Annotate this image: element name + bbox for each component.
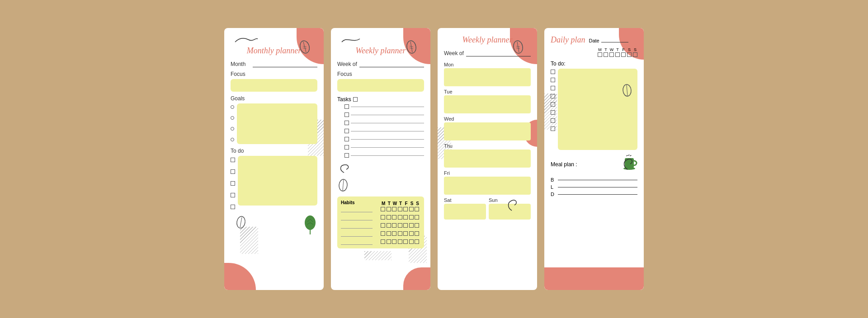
todo-box[interactable] (238, 156, 317, 206)
h5-cb-6[interactable] (409, 239, 414, 244)
goal-circle-4[interactable] (231, 138, 234, 141)
todo-cb-5[interactable] (231, 205, 235, 209)
day-S2-cb[interactable] (633, 52, 637, 57)
habits-table: Habits M T W T F S S (341, 200, 420, 245)
goal-circle-3[interactable] (231, 127, 234, 131)
day-box-fri[interactable] (444, 177, 531, 195)
day-box-thu[interactable] (444, 150, 531, 168)
day-box-sat[interactable] (444, 204, 486, 220)
h1-cb-7[interactable] (415, 207, 419, 211)
h1-cb-4[interactable] (398, 207, 402, 211)
h3-cb-1[interactable] (381, 223, 385, 228)
month-field: Month (231, 61, 317, 67)
h2-cb-7[interactable] (415, 215, 419, 220)
month-input[interactable] (253, 61, 317, 67)
h1-cb-5[interactable] (403, 207, 408, 211)
h2-cb-1[interactable] (381, 215, 385, 220)
h4-cb-4[interactable] (398, 231, 402, 236)
day-box-tue[interactable] (444, 95, 531, 113)
h3-cb-4[interactable] (398, 223, 402, 228)
tasks-cb-header[interactable] (353, 97, 358, 102)
day-checkboxes-section: M T W T F (551, 47, 637, 57)
goal-circle-1[interactable] (231, 105, 234, 109)
focus-label: Focus (231, 71, 317, 77)
h1-cb-6[interactable] (409, 207, 414, 211)
day-W-cb[interactable] (609, 52, 614, 57)
h1-cb-1[interactable] (381, 207, 385, 211)
day-S1-cb[interactable] (627, 52, 632, 57)
h3-cb-7[interactable] (415, 223, 419, 228)
goals-box[interactable] (237, 103, 317, 144)
h1-cb-3[interactable] (392, 207, 396, 211)
task-cb-2[interactable] (344, 112, 349, 117)
todo-cb-4[interactable] (231, 193, 235, 197)
dtodo-cb-6[interactable] (551, 110, 555, 115)
task-cb-7[interactable] (344, 153, 349, 158)
day-F-cb[interactable] (621, 52, 626, 57)
day-T2-cb[interactable] (615, 52, 620, 57)
meal-B-label: B (551, 177, 556, 182)
diag-w1-low (364, 251, 392, 260)
task-cb-3[interactable] (344, 121, 349, 125)
habit-line-3 (341, 223, 373, 229)
blob-bottom-right-w1 (403, 267, 430, 290)
h2-cb-2[interactable] (387, 215, 391, 220)
dtodo-cb-8[interactable] (551, 126, 555, 131)
h5-cb-4[interactable] (398, 239, 402, 244)
dtodo-cb-4[interactable] (551, 94, 555, 98)
day-box-wed[interactable] (444, 122, 531, 140)
h4-cb-6[interactable] (409, 231, 414, 236)
todo-daily-box[interactable] (558, 69, 637, 150)
h4-cb-2[interactable] (387, 231, 391, 236)
task-cb-5[interactable] (344, 137, 349, 141)
day-T2-label: T (616, 47, 619, 52)
h2-cb-5[interactable] (403, 215, 408, 220)
h4-cb-1[interactable] (381, 231, 385, 236)
meal-row-D: D (551, 192, 637, 197)
day-T2-col: T (615, 47, 620, 57)
dtodo-cb-7[interactable] (551, 118, 555, 123)
task-line-1 (351, 107, 424, 107)
h4-cb-3[interactable] (392, 231, 396, 236)
h5-cb-1[interactable] (381, 239, 385, 244)
focus-box-w1[interactable] (337, 79, 424, 92)
todo-cb-3[interactable] (231, 181, 235, 186)
h2-cb-6[interactable] (409, 215, 414, 220)
task-cb-6[interactable] (344, 145, 349, 150)
dtodo-cb-5[interactable] (551, 102, 555, 107)
h5-cb-2[interactable] (387, 239, 391, 244)
day-box-mon[interactable] (444, 68, 531, 86)
dtodo-cb-2[interactable] (551, 78, 555, 82)
svg-line-17 (343, 180, 344, 191)
day-M-cb[interactable] (598, 52, 602, 57)
todo-label: To do (231, 148, 317, 154)
h2-cb-4[interactable] (398, 215, 402, 220)
week-of-label: Week of (337, 61, 358, 67)
h5-cb-3[interactable] (392, 239, 396, 244)
day-row-fri: Fri (444, 170, 531, 195)
h4-cb-7[interactable] (415, 231, 419, 236)
todo-cb-2[interactable] (231, 169, 235, 174)
task-cb-1[interactable] (344, 104, 349, 109)
h2-cb-3[interactable] (392, 215, 396, 220)
day-T1-cb[interactable] (604, 52, 608, 57)
focus-box[interactable] (231, 79, 317, 92)
h3-cb-2[interactable] (387, 223, 391, 228)
h5-cb-7[interactable] (415, 239, 419, 244)
week-of-input[interactable] (359, 61, 424, 67)
todo-cb-1[interactable] (231, 158, 235, 162)
h3-cb-5[interactable] (403, 223, 408, 228)
day-F-label: F (622, 47, 625, 52)
date-input[interactable] (601, 36, 628, 42)
h5-cb-5[interactable] (403, 239, 408, 244)
blob-bottom-daily (544, 267, 644, 290)
h4-cb-5[interactable] (403, 231, 408, 236)
h1-cb-2[interactable] (387, 207, 391, 211)
goal-circle-2[interactable] (231, 116, 234, 120)
h3-cb-3[interactable] (392, 223, 396, 228)
task-cb-4[interactable] (344, 129, 349, 133)
h3-cb-6[interactable] (409, 223, 414, 228)
dtodo-cb-3[interactable] (551, 86, 555, 90)
day-label-tue: Tue (444, 89, 531, 94)
dtodo-cb-1[interactable] (551, 70, 555, 74)
